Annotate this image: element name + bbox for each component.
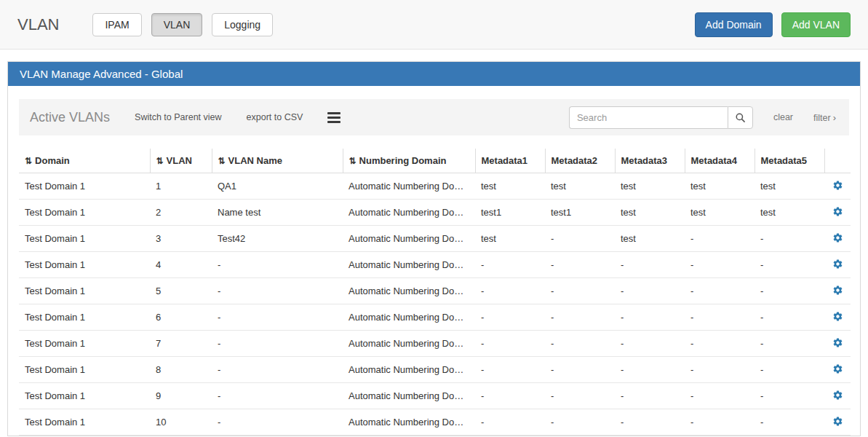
table-toolbar: Active VLANs Switch to Parent view expor…	[19, 99, 849, 135]
metadata5-cell: -	[754, 278, 824, 304]
column-label: Numbering Domain	[359, 155, 447, 166]
column-header-vlan[interactable]: ⇅VLAN	[150, 149, 212, 173]
domain-cell: Test Domain 1	[19, 331, 150, 357]
table-row: Test Domain 19-Automatic Numbering Doma……	[19, 383, 851, 409]
numbering-domain-cell: Automatic Numbering Doma…	[343, 331, 475, 357]
metadata2-cell: -	[545, 383, 615, 409]
row-actions-cell	[824, 409, 851, 436]
table-row: Test Domain 11QA1Automatic Numbering Dom…	[19, 173, 851, 200]
metadata2-cell: -	[545, 278, 615, 304]
filter-link[interactable]: filter›	[813, 112, 836, 123]
column-header-metadata2: Metadata2	[545, 149, 615, 173]
gear-icon[interactable]	[832, 206, 843, 217]
column-header-vlan-name[interactable]: ⇅VLAN Name	[212, 149, 343, 173]
sort-icon: ⇅	[349, 156, 357, 166]
table-row: Test Domain 110-Automatic Numbering Doma…	[19, 409, 851, 436]
numbering-domain-cell: Automatic Numbering Doma…	[343, 226, 475, 252]
vlan-name-cell: QA1	[212, 173, 343, 200]
metadata1-cell: -	[475, 252, 545, 278]
vlan-cell: 2	[150, 200, 212, 226]
gear-icon[interactable]	[832, 390, 843, 401]
gear-icon[interactable]	[832, 311, 843, 322]
clear-link[interactable]: clear	[773, 112, 793, 122]
gear-icon[interactable]	[832, 259, 843, 269]
metadata4-cell: -	[685, 409, 754, 436]
row-actions-cell	[824, 278, 851, 304]
search-button[interactable]	[728, 106, 753, 129]
numbering-domain-cell: Automatic Numbering Doma…	[343, 409, 475, 436]
vlan-table: ⇅Domain ⇅VLAN ⇅VLAN Name ⇅Numbering Doma…	[19, 149, 851, 436]
tab-logging[interactable]: Logging	[212, 13, 273, 36]
metadata2-cell: -	[545, 409, 615, 436]
filter-link-label: filter	[813, 113, 831, 123]
metadata5-cell: -	[754, 383, 824, 409]
switch-parent-view-link[interactable]: Switch to Parent view	[135, 112, 222, 122]
vlan-cell: 9	[150, 383, 212, 409]
metadata2-cell: test	[545, 173, 615, 200]
metadata4-cell: test	[685, 173, 754, 200]
domain-cell: Test Domain 1	[19, 304, 150, 331]
metadata5-cell: test	[754, 200, 824, 226]
column-label: VLAN Name	[228, 155, 282, 166]
add-vlan-button[interactable]: Add VLAN	[781, 12, 851, 37]
table-row: Test Domain 14-Automatic Numbering Doma……	[19, 252, 851, 278]
tab-vlan[interactable]: VLAN	[151, 13, 203, 36]
gear-icon[interactable]	[832, 180, 843, 191]
page-title: VLAN	[17, 15, 59, 34]
vlan-cell: 7	[150, 331, 212, 357]
gear-icon[interactable]	[832, 363, 843, 374]
domain-cell: Test Domain 1	[19, 226, 150, 252]
gear-icon[interactable]	[832, 416, 843, 427]
domain-cell: Test Domain 1	[19, 278, 150, 304]
gear-icon[interactable]	[832, 337, 843, 348]
vlan-cell: 5	[150, 278, 212, 304]
gear-icon[interactable]	[832, 232, 843, 243]
column-header-metadata5: Metadata5	[754, 149, 824, 173]
metadata1-cell: -	[475, 331, 545, 357]
metadata5-cell: -	[754, 304, 824, 331]
vlan-cell: 6	[150, 304, 212, 331]
column-header-domain[interactable]: ⇅Domain	[19, 149, 150, 173]
numbering-domain-cell: Automatic Numbering Doma…	[343, 383, 475, 409]
domain-cell: Test Domain 1	[19, 357, 150, 383]
table-row: Test Domain 12Name testAutomatic Numberi…	[19, 200, 851, 226]
tab-ipam[interactable]: IPAM	[92, 13, 141, 36]
sort-icon: ⇅	[218, 156, 226, 166]
numbering-domain-cell: Automatic Numbering Doma…	[343, 304, 475, 331]
gear-icon[interactable]	[832, 285, 843, 296]
export-csv-link[interactable]: export to CSV	[247, 112, 303, 122]
row-actions-cell	[824, 304, 851, 331]
add-domain-button[interactable]: Add Domain	[695, 12, 773, 37]
row-actions-cell	[824, 200, 851, 226]
vlan-manage-panel: VLAN Manage Advanced - Global Active VLA…	[7, 61, 861, 436]
metadata2-cell: -	[545, 331, 615, 357]
vlan-name-cell: -	[212, 278, 343, 304]
row-actions-cell	[824, 357, 851, 383]
numbering-domain-cell: Automatic Numbering Doma…	[343, 278, 475, 304]
metadata4-cell: -	[685, 252, 754, 278]
table-header-row: ⇅Domain ⇅VLAN ⇅VLAN Name ⇅Numbering Doma…	[19, 149, 851, 173]
row-actions-cell	[824, 226, 851, 252]
sort-icon: ⇅	[156, 156, 164, 166]
numbering-domain-cell: Automatic Numbering Doma…	[343, 173, 475, 200]
metadata1-cell: test1	[475, 200, 545, 226]
hamburger-icon[interactable]	[327, 112, 341, 123]
metadata2-cell: test1	[545, 200, 615, 226]
vlan-cell: 1	[150, 173, 212, 200]
metadata4-cell: -	[685, 383, 754, 409]
metadata4-cell: -	[685, 357, 754, 383]
column-header-numbering-domain[interactable]: ⇅Numbering Domain	[343, 149, 475, 173]
column-header-metadata4: Metadata4	[685, 149, 754, 173]
column-header-metadata1: Metadata1	[475, 149, 545, 173]
domain-cell: Test Domain 1	[19, 383, 150, 409]
search-input[interactable]	[569, 106, 728, 129]
metadata2-cell: -	[545, 357, 615, 383]
search-group	[569, 106, 753, 129]
vlan-name-cell: -	[212, 331, 343, 357]
metadata5-cell: -	[754, 331, 824, 357]
table-row: Test Domain 13Test42Automatic Numbering …	[19, 226, 851, 252]
metadata3-cell: test	[615, 200, 685, 226]
domain-cell: Test Domain 1	[19, 173, 150, 200]
metadata1-cell: test	[475, 173, 545, 200]
row-actions-cell	[824, 331, 851, 357]
